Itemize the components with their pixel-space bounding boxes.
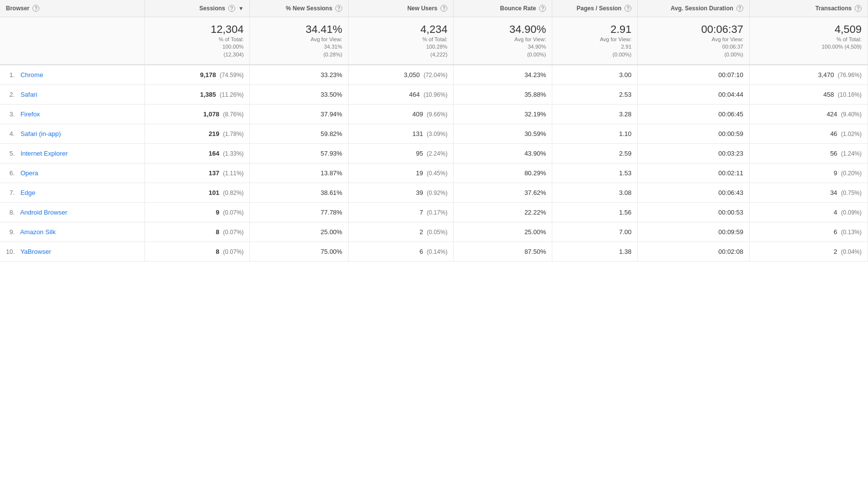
pages-cell: 1.10 xyxy=(552,124,638,144)
pct-new-sessions-help-icon[interactable]: ? xyxy=(335,5,342,12)
pages-session-help-icon[interactable]: ? xyxy=(624,5,631,12)
totals-duration-main: 00:06:37 xyxy=(644,23,743,36)
avg-session-help-icon[interactable]: ? xyxy=(736,5,743,12)
duration-value: 00:02:08 xyxy=(718,248,743,255)
transactions-value: 46 xyxy=(830,130,837,137)
new-users-column-header[interactable]: New Users ? xyxy=(349,0,454,17)
transactions-pct: (0.09%) xyxy=(841,209,862,216)
sessions-help-icon[interactable]: ? xyxy=(228,5,235,12)
pages-value: 1.38 xyxy=(619,248,631,255)
totals-transactions-main: 4,509 xyxy=(756,23,862,36)
duration-value: 00:07:10 xyxy=(718,71,743,79)
table-row: 1. Chrome 9,178 (74.59%) 33.23% 3,050 (7… xyxy=(0,65,868,85)
browser-name[interactable]: Opera xyxy=(21,169,38,177)
duration-value: 00:00:59 xyxy=(718,130,743,137)
table-row: 3. Firefox 1,078 (8.76%) 37.94% 409 (9.6… xyxy=(0,105,868,124)
avg-session-column-header[interactable]: Avg. Session Duration ? xyxy=(638,0,750,17)
transactions-pct: (9.40%) xyxy=(841,111,862,118)
pages-value: 3.08 xyxy=(619,189,631,196)
sessions-cell: 164 (1.33%) xyxy=(145,144,250,163)
browser-name[interactable]: Internet Explorer xyxy=(21,150,68,157)
pct-new-cell: 57.93% xyxy=(250,144,349,163)
sessions-cell: 8 (0.07%) xyxy=(145,242,250,262)
transactions-cell: 34 (0.75%) xyxy=(749,183,868,203)
new-users-pct: (9.66%) xyxy=(427,111,447,118)
pct-new-cell: 75.00% xyxy=(250,242,349,262)
duration-value: 00:04:44 xyxy=(718,91,743,98)
table-row: 2. Safari 1,385 (11.26%) 33.50% 464 (10.… xyxy=(0,85,868,105)
browser-name[interactable]: Safari xyxy=(21,91,37,98)
new-users-value: 3,050 xyxy=(404,71,420,79)
row-number: 2. xyxy=(6,91,15,98)
bounce-cell: 25.00% xyxy=(454,222,552,242)
transactions-column-header[interactable]: Transactions ? xyxy=(749,0,868,17)
browser-name[interactable]: Firefox xyxy=(21,110,40,118)
totals-browser-cell xyxy=(0,17,145,65)
pct-new-value: 38.61% xyxy=(321,189,342,196)
browser-name[interactable]: Amazon Silk xyxy=(20,228,55,236)
transactions-cell: 46 (1.02%) xyxy=(749,124,868,144)
sessions-label: Sessions xyxy=(199,5,225,12)
browser-cell: 9. Amazon Silk xyxy=(0,222,145,242)
bounce-rate-column-header[interactable]: Bounce Rate ? xyxy=(454,0,552,17)
sessions-pct: (0.07%) xyxy=(223,229,244,236)
pct-new-cell: 25.00% xyxy=(250,222,349,242)
table-row: 9. Amazon Silk 8 (0.07%) 25.00% 2 (0.05%… xyxy=(0,222,868,242)
pct-new-value: 57.93% xyxy=(321,150,342,157)
sessions-pct: (0.07%) xyxy=(223,248,244,255)
new-users-value: 39 xyxy=(416,189,423,196)
pct-new-cell: 77.78% xyxy=(250,203,349,222)
sessions-value: 219 xyxy=(209,130,219,137)
browser-name[interactable]: Chrome xyxy=(21,71,43,79)
browser-name[interactable]: Safari (in-app) xyxy=(21,130,61,137)
pages-session-column-header[interactable]: Pages / Session ? xyxy=(552,0,638,17)
transactions-cell: 3,470 (76.96%) xyxy=(749,65,868,85)
duration-cell: 00:06:43 xyxy=(638,183,750,203)
transactions-value: 9 xyxy=(834,169,837,177)
browser-help-icon[interactable]: ? xyxy=(32,5,39,12)
browser-name[interactable]: Edge xyxy=(21,189,35,196)
pct-new-value: 75.00% xyxy=(321,248,342,255)
browser-cell: 1. Chrome xyxy=(0,65,145,85)
totals-duration-cell: 00:06:37 Avg for View: 00:06:37 (0.00%) xyxy=(638,17,750,65)
sessions-pct: (11.26%) xyxy=(220,91,244,98)
new-users-pct: (3.09%) xyxy=(427,131,447,137)
browser-cell: 8. Android Browser xyxy=(0,203,145,222)
row-number: 9. xyxy=(6,228,15,236)
transactions-help-icon[interactable]: ? xyxy=(855,5,862,12)
browser-name[interactable]: YaBrowser xyxy=(20,248,51,255)
totals-pct-new-sub: Avg for View: 34.31% (0.28%) xyxy=(256,36,342,58)
pct-new-cell: 33.50% xyxy=(250,85,349,105)
duration-value: 00:00:53 xyxy=(718,209,743,216)
totals-sessions-main: 12,304 xyxy=(151,23,244,36)
totals-pages-cell: 2.91 Avg for View: 2.91 (0.00%) xyxy=(552,17,638,65)
pages-cell: 1.53 xyxy=(552,163,638,183)
new-users-label: New Users xyxy=(407,5,437,12)
bounce-value: 22.22% xyxy=(524,209,546,216)
browser-cell: 2. Safari xyxy=(0,85,145,105)
bounce-rate-help-icon[interactable]: ? xyxy=(539,5,546,12)
sessions-value: 1,385 xyxy=(200,91,216,98)
table-row: 5. Internet Explorer 164 (1.33%) 57.93% … xyxy=(0,144,868,163)
bounce-value: 43.90% xyxy=(524,150,546,157)
browser-name[interactable]: Android Browser xyxy=(20,209,67,216)
new-users-pct: (0.14%) xyxy=(427,248,447,255)
browser-cell: 7. Edge xyxy=(0,183,145,203)
row-number: 5. xyxy=(6,150,15,157)
sessions-sort-icon[interactable]: ▼ xyxy=(238,5,244,11)
sessions-column-header[interactable]: Sessions ? ▼ xyxy=(145,0,250,17)
bounce-cell: 32.19% xyxy=(454,105,552,124)
analytics-table: Browser ? Sessions ? ▼ % New Sessions ? … xyxy=(0,0,868,262)
totals-bounce-sub: Avg for View: 34.90% (0.00%) xyxy=(460,36,546,58)
new-users-value: 7 xyxy=(420,209,423,216)
transactions-pct: (10.16%) xyxy=(838,91,862,98)
new-users-pct: (0.45%) xyxy=(427,170,447,177)
new-users-pct: (0.92%) xyxy=(427,190,447,196)
row-number: 3. xyxy=(6,110,15,118)
sessions-value: 8 xyxy=(216,248,219,255)
table-row: 4. Safari (in-app) 219 (1.78%) 59.82% 13… xyxy=(0,124,868,144)
row-number: 10. xyxy=(6,248,15,255)
pct-new-sessions-column-header[interactable]: % New Sessions ? xyxy=(250,0,349,17)
new-users-help-icon[interactable]: ? xyxy=(440,5,447,12)
table-row: 10. YaBrowser 8 (0.07%) 75.00% 6 (0.14%)… xyxy=(0,242,868,262)
